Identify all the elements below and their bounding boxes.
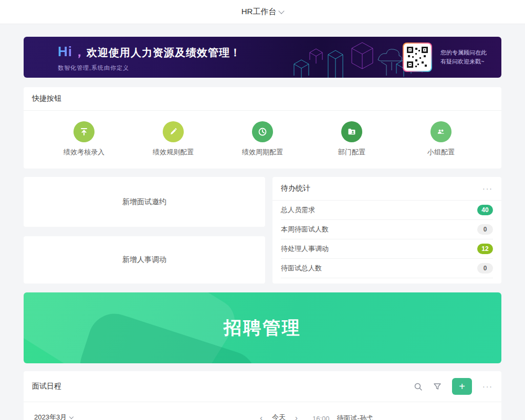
status-badge: 0 bbox=[477, 263, 493, 274]
consultant-text-line2: 有疑问欢迎来戳~ bbox=[440, 57, 487, 66]
event-title: 待面试-孙弋 bbox=[337, 414, 373, 420]
quick-button-group-config[interactable]: 小组配置 bbox=[396, 121, 486, 157]
clock-icon bbox=[252, 121, 273, 142]
folder-user-icon bbox=[341, 121, 362, 142]
quick-button-label: 小组配置 bbox=[427, 148, 455, 157]
welcome-banner: Hi， 欢迎使用人力资源及绩效管理！ 数智化管理,系统由你定义 bbox=[24, 37, 501, 78]
chevron-down-icon bbox=[279, 8, 285, 14]
people-icon bbox=[430, 121, 452, 142]
status-badge: 40 bbox=[477, 205, 493, 215]
todo-stats-title: 待办统计 bbox=[281, 184, 310, 193]
greeting-text: Hi， bbox=[58, 43, 87, 61]
todo-row-total-interviewees: 待面试总人数 0 bbox=[281, 259, 493, 278]
status-badge: 0 bbox=[477, 224, 493, 235]
quick-buttons-card: 快捷按钮 绩效考核录入 绩效规则配置 绩效周期配置 bbox=[24, 87, 501, 169]
quick-button-label: 绩效考核录入 bbox=[64, 148, 104, 157]
qr-code bbox=[403, 43, 432, 72]
welcome-text-block: Hi， 欢迎使用人力资源及绩效管理！ 数智化管理,系统由你定义 bbox=[24, 43, 241, 72]
todo-row-label: 总人员需求 bbox=[281, 205, 315, 215]
search-icon[interactable] bbox=[414, 382, 423, 391]
month-selector[interactable]: 2023年3月 bbox=[34, 413, 73, 420]
quick-button-label: 部门配置 bbox=[338, 148, 365, 157]
quick-button-performance-entry[interactable]: 绩效考核录入 bbox=[39, 121, 129, 157]
event-time: 16:00 bbox=[312, 415, 330, 420]
quick-button-label: 绩效规则配置 bbox=[153, 148, 194, 157]
workspace-switcher[interactable]: HR工作台 bbox=[242, 7, 284, 17]
todo-row-week-interviews: 本周待面试人数 0 bbox=[281, 220, 493, 239]
add-event-button[interactable]: + bbox=[452, 378, 472, 395]
new-personnel-transfer-button[interactable]: 新增人事调动 bbox=[24, 236, 265, 284]
filter-icon[interactable] bbox=[433, 382, 442, 391]
todo-row-label: 本周待面试人数 bbox=[281, 225, 329, 234]
todo-row-total-headcount: 总人员需求 40 bbox=[281, 201, 493, 220]
welcome-subtitle: 数智化管理,系统由你定义 bbox=[58, 64, 241, 72]
welcome-title: 欢迎使用人力资源及绩效管理！ bbox=[87, 46, 241, 60]
more-icon[interactable]: ··· bbox=[482, 185, 493, 192]
consultant-text: 您的专属顾问在此 有疑问欢迎来戳~ bbox=[440, 48, 487, 66]
main-content: Hi， 欢迎使用人力资源及绩效管理！ 数智化管理,系统由你定义 bbox=[0, 24, 525, 420]
quick-button-department-config[interactable]: 部门配置 bbox=[307, 121, 396, 157]
quick-button-performance-rules[interactable]: 绩效规则配置 bbox=[129, 121, 218, 157]
pencil-icon bbox=[163, 121, 184, 142]
page-title: HR工作台 bbox=[242, 7, 277, 17]
consultant-qr-block: 您的专属顾问在此 有疑问欢迎来戳~ bbox=[403, 43, 487, 72]
todo-row-pending-transfers: 待处理人事调动 12 bbox=[281, 239, 493, 259]
prev-icon[interactable]: ‹ bbox=[260, 413, 262, 420]
next-icon[interactable]: › bbox=[295, 413, 298, 420]
chevron-down-icon bbox=[69, 415, 74, 419]
today-button[interactable]: 今天 bbox=[272, 413, 286, 420]
calendar-pane: 2023年3月 ‹ 今天 › 一 二 三 四 五 六 日 bbox=[32, 402, 305, 420]
more-icon[interactable]: ··· bbox=[482, 383, 493, 390]
recruitment-banner-title: 招聘管理 bbox=[224, 316, 301, 340]
recruitment-management-banner[interactable]: 招聘管理 bbox=[24, 292, 501, 363]
status-badge: 12 bbox=[477, 244, 493, 254]
quick-button-performance-cycle[interactable]: 绩效周期配置 bbox=[218, 121, 307, 157]
interview-schedule-card: 面试日程 + ··· 2023年3月 bbox=[24, 371, 501, 420]
quick-button-label: 绩效周期配置 bbox=[242, 148, 283, 157]
action-cards-column: 新增面试邀约 新增人事调动 bbox=[24, 177, 265, 284]
app-topbar: HR工作台 bbox=[0, 0, 525, 24]
quick-buttons-title: 快捷按钮 bbox=[32, 94, 61, 103]
consultant-text-line1: 您的专属顾问在此 bbox=[440, 48, 487, 57]
month-label: 2023年3月 bbox=[34, 413, 67, 420]
event-item[interactable]: 16:00 待面试-孙弋 bbox=[312, 410, 493, 420]
upload-icon bbox=[74, 121, 94, 142]
todo-row-label: 待处理人事调动 bbox=[281, 244, 329, 254]
quick-buttons-row: 绩效考核录入 绩效规则配置 绩效周期配置 部门配置 bbox=[24, 111, 501, 169]
todo-row-label: 待面试总人数 bbox=[281, 264, 322, 273]
todo-stats-card: 待办统计 ··· 总人员需求 40 本周待面试人数 0 待处理人事调动 12 待… bbox=[272, 177, 501, 284]
event-list-pane: 16:00 待面试-孙弋 bbox=[305, 402, 493, 420]
interview-schedule-title: 面试日程 bbox=[32, 382, 61, 391]
new-interview-invite-button[interactable]: 新增面试邀约 bbox=[24, 177, 265, 227]
